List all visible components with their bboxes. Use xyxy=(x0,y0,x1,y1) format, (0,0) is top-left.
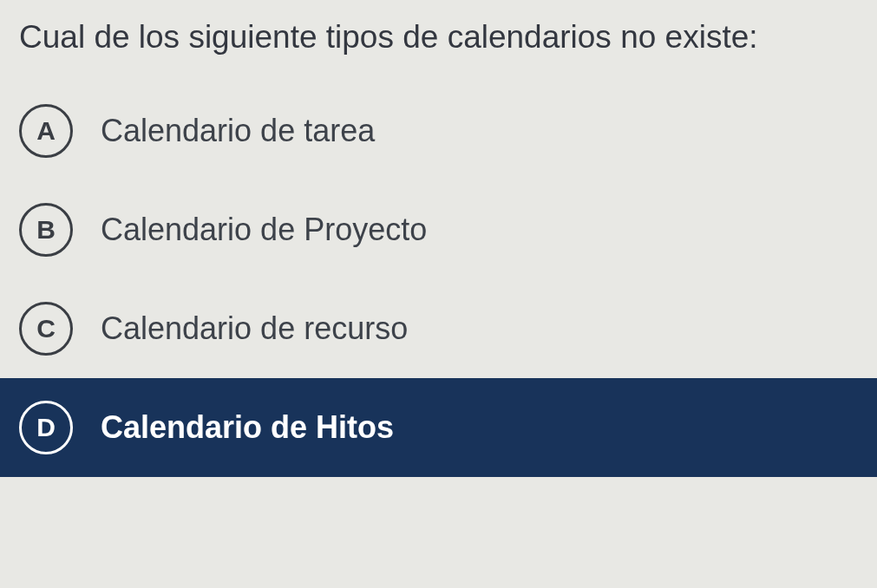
option-a-letter: A xyxy=(19,104,73,158)
option-a-text: Calendario de tarea xyxy=(101,113,375,149)
option-a[interactable]: A Calendario de tarea xyxy=(0,82,877,180)
option-b-text: Calendario de Proyecto xyxy=(101,212,427,248)
options-list: A Calendario de tarea B Calendario de Pr… xyxy=(0,82,877,477)
option-d-letter: D xyxy=(19,401,73,454)
option-d-text: Calendario de Hitos xyxy=(101,409,394,446)
option-b[interactable]: B Calendario de Proyecto xyxy=(0,180,877,279)
option-b-letter: B xyxy=(19,203,73,257)
option-d[interactable]: D Calendario de Hitos xyxy=(0,378,877,477)
option-c-text: Calendario de recurso xyxy=(101,310,408,347)
question-text: Cual de los siguiente tipos de calendari… xyxy=(0,0,877,82)
option-c[interactable]: C Calendario de recurso xyxy=(0,279,877,378)
option-c-letter: C xyxy=(19,302,73,356)
